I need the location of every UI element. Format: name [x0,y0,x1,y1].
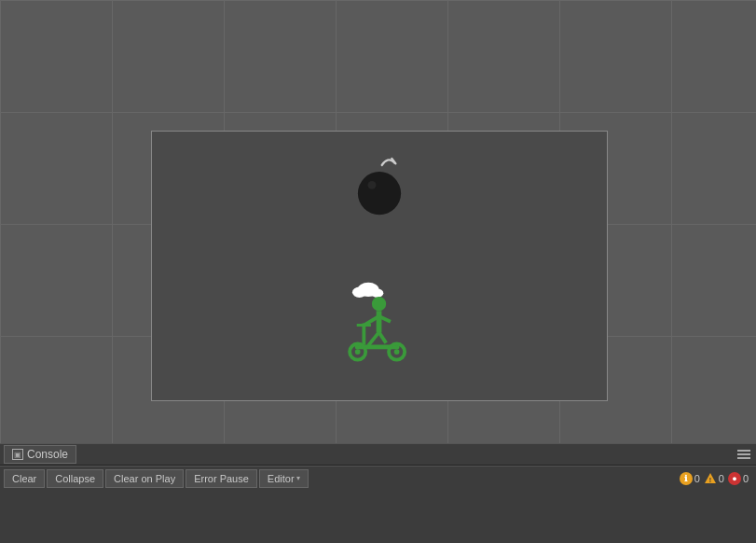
console-tab-label: Console [27,448,68,461]
svg-point-1 [368,181,377,189]
svg-point-17 [394,349,400,355]
editor-label: Editor [268,473,295,484]
collapse-button[interactable]: Collapse [47,469,103,488]
game-viewport [151,131,608,401]
console-toolbar: Clear Collapse Clear on Play Error Pause… [0,466,756,490]
status-icons: ℹ 0 ! 0 ● 0 [680,472,749,485]
editor-dropdown-button[interactable]: Editor ▾ [259,469,309,488]
bottom-area [0,490,756,543]
menu-line-2 [737,453,750,455]
clear-on-play-button[interactable]: Clear on Play [105,469,184,488]
console-tab-icon: ▣ [12,449,23,460]
info-icon: ℹ [680,472,693,485]
menu-line-1 [737,450,750,452]
svg-point-5 [372,297,386,311]
console-menu-icon[interactable] [735,446,752,463]
error-count: 0 [743,473,749,484]
svg-point-3 [352,287,366,298]
console-tab-bar: ▣ Console [0,443,756,466]
info-count: 0 [694,473,700,484]
bomb-icon [347,150,412,225]
error-status[interactable]: ● 0 [728,472,749,485]
warning-triangle-icon: ! [704,472,717,484]
warning-count: 0 [719,473,724,484]
editor-dropdown-arrow: ▾ [296,474,300,482]
main-view [0,0,756,443]
info-status[interactable]: ℹ 0 [680,472,700,485]
menu-line-3 [737,457,750,459]
svg-point-0 [358,172,401,215]
warning-status[interactable]: ! 0 [704,472,724,484]
console-tab[interactable]: ▣ Console [4,445,76,464]
scene-content [152,132,607,400]
svg-text:!: ! [709,477,711,483]
error-pause-button[interactable]: Error Pause [186,469,257,488]
svg-point-4 [371,288,383,298]
svg-line-9 [368,332,378,345]
error-icon: ● [728,472,741,485]
scooter-character-icon [331,279,419,372]
svg-point-16 [355,349,361,355]
clear-button[interactable]: Clear [4,469,45,488]
svg-line-10 [379,332,387,342]
